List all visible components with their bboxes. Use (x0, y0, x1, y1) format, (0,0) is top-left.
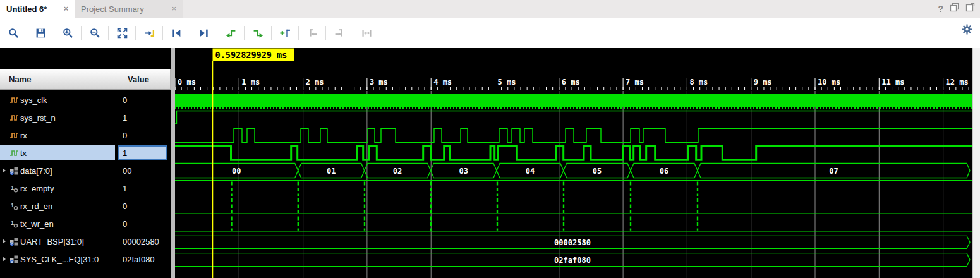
svg-text:1: 1 (11, 184, 14, 191)
waveform-canvas[interactable]: 0 ms1 ms2 ms3 ms4 ms5 ms6 ms7 ms8 ms9 ms… (175, 48, 972, 278)
svg-text:7 ms: 7 ms (626, 78, 644, 87)
tab-close-icon[interactable]: × (59, 4, 68, 13)
expand-chevron-icon[interactable] (0, 257, 8, 262)
previous-marker-button (304, 25, 320, 41)
signal-row-sys_clk[interactable]: sys_clk0 (0, 91, 171, 109)
signal-name-cell[interactable]: 1rx_empty (0, 181, 115, 196)
signal-name-cell[interactable]: cUART_BSP[31:0] (0, 234, 115, 249)
tab-project-summary[interactable]: Project Summary × (75, 0, 183, 18)
go-to-end-button[interactable] (195, 25, 212, 41)
settings-gear-icon[interactable] (962, 24, 972, 37)
svg-text:0 ms: 0 ms (178, 78, 196, 87)
signal-type-icon: 1 (8, 202, 20, 211)
signal-name-cell[interactable]: cdata[7:0] (0, 163, 115, 178)
float-window-icon[interactable] (950, 3, 959, 15)
svg-text:6 ms: 6 ms (562, 78, 580, 87)
tab-label: Untitled 6* (6, 4, 47, 14)
signal-name-cell[interactable]: 1rx_rd_en (0, 198, 115, 214)
swap-markers-button (358, 25, 375, 41)
signal-value-cell[interactable]: 00002580 (118, 234, 167, 249)
svg-text:c: c (11, 242, 13, 246)
save-button[interactable] (32, 25, 49, 41)
signal-value-cell[interactable]: 00 (118, 163, 167, 178)
zoom-out-button[interactable] (87, 25, 103, 41)
panel-splitter[interactable] (171, 48, 175, 278)
add-marker-button[interactable] (277, 25, 293, 41)
toolbar-separator (217, 26, 217, 40)
toolbar-separator (135, 26, 136, 40)
signal-name: sys_clk (20, 95, 47, 105)
signal-row-sys_rst_n[interactable]: sys_rst_n1 (0, 109, 171, 126)
signal-name-cell[interactable]: tx (0, 145, 115, 160)
signal-row-tx_wr_en[interactable]: 1tx_wr_en0 (0, 215, 171, 233)
svg-text:01: 01 (327, 167, 336, 176)
signal-row-data70[interactable]: cdata[7:0]00 (0, 162, 171, 179)
signal-panel: Name Value sys_clk0sys_rst_n1rx0tx1cdata… (0, 48, 171, 278)
signal-name: data[7:0] (20, 166, 52, 176)
signal-value-cell[interactable]: 1 (118, 110, 167, 125)
svg-text:2 ms: 2 ms (306, 78, 324, 87)
signal-value-cell[interactable]: 0 (118, 198, 167, 214)
signal-name-cell[interactable]: 1tx_wr_en (0, 216, 115, 231)
signal-name-cell[interactable]: sys_rst_n (0, 110, 115, 125)
svg-text:3 ms: 3 ms (370, 78, 388, 87)
signal-value-cell[interactable]: 0 (118, 216, 167, 231)
next-marker-button (331, 25, 348, 41)
svg-text:5 ms: 5 ms (498, 78, 516, 87)
toolbar-separator (298, 26, 299, 40)
signal-value: 0 (123, 95, 127, 105)
signal-value: 1 (123, 184, 127, 193)
tab-untitled-6[interactable]: Untitled 6* × (0, 0, 75, 18)
signal-row-rx[interactable]: rx0 (0, 126, 171, 144)
signal-type-icon: 1 (8, 184, 20, 193)
help-icon[interactable]: ? (938, 4, 943, 14)
signal-value-cell[interactable]: 1 (118, 145, 167, 160)
value-column-header[interactable]: Value (116, 70, 171, 90)
svg-text:1 ms: 1 ms (241, 78, 260, 87)
signal-panel-header: Name Value (0, 70, 171, 90)
new-window-icon[interactable] (965, 3, 975, 15)
zoom-in-button[interactable] (59, 25, 76, 41)
signal-row-UART_BSP310[interactable]: cUART_BSP[31:0]00002580 (0, 233, 171, 250)
svg-text:0.592829929 ms: 0.592829929 ms (215, 50, 287, 60)
signal-name: sys_rst_n (20, 113, 56, 123)
previous-transition-button[interactable] (222, 25, 239, 41)
name-column-header[interactable]: Name (0, 70, 116, 90)
expand-chevron-icon[interactable] (0, 239, 8, 244)
next-transition-button[interactable] (250, 25, 266, 41)
signal-value: 02faf080 (123, 255, 155, 264)
expand-chevron-icon[interactable] (0, 168, 8, 173)
toolbar-separator (81, 26, 82, 40)
toolbar-separator (271, 26, 272, 40)
zoom-fit-button[interactable] (114, 25, 130, 41)
signal-type-icon: c (8, 255, 20, 264)
svg-text:11 ms: 11 ms (881, 78, 904, 87)
svg-text:1: 1 (11, 202, 14, 208)
signal-type-icon: c (8, 166, 20, 176)
svg-text:12 ms: 12 ms (946, 78, 969, 87)
toolbar-separator (108, 26, 109, 40)
signal-value-cell[interactable]: 1 (118, 181, 167, 196)
zoom-to-cursor-button[interactable] (141, 25, 157, 41)
signal-type-icon (8, 131, 20, 140)
signal-name: tx (20, 148, 27, 158)
signal-value-cell[interactable]: 0 (118, 92, 167, 107)
signal-value: 1 (123, 148, 127, 158)
signal-value-cell[interactable]: 02faf080 (118, 251, 167, 267)
signal-name-cell[interactable]: sys_clk (0, 92, 115, 107)
toolbar-separator (353, 26, 353, 40)
signal-value-cell[interactable]: 0 (118, 128, 167, 143)
signal-row-tx[interactable]: tx1 (0, 144, 171, 162)
find-button[interactable] (5, 25, 21, 41)
signal-row-SYS_CLK_EQ310[interactable]: cSYS_CLK_...EQ[31:002faf080 (0, 250, 171, 268)
signal-row-rx_rd_en[interactable]: 1rx_rd_en0 (0, 197, 171, 215)
waveform-toolbar (0, 18, 980, 48)
tab-close-icon[interactable]: × (167, 4, 176, 13)
go-to-start-button[interactable] (168, 25, 185, 41)
vertical-scrollbar[interactable] (972, 48, 980, 278)
signal-name-cell[interactable]: cSYS_CLK_...EQ[31:0 (0, 251, 115, 267)
signal-row-rx_empty[interactable]: 1rx_empty1 (0, 179, 171, 197)
signal-name-cell[interactable]: rx (0, 128, 115, 143)
svg-text:8 ms: 8 ms (689, 78, 708, 87)
toolbar-separator (27, 26, 27, 40)
